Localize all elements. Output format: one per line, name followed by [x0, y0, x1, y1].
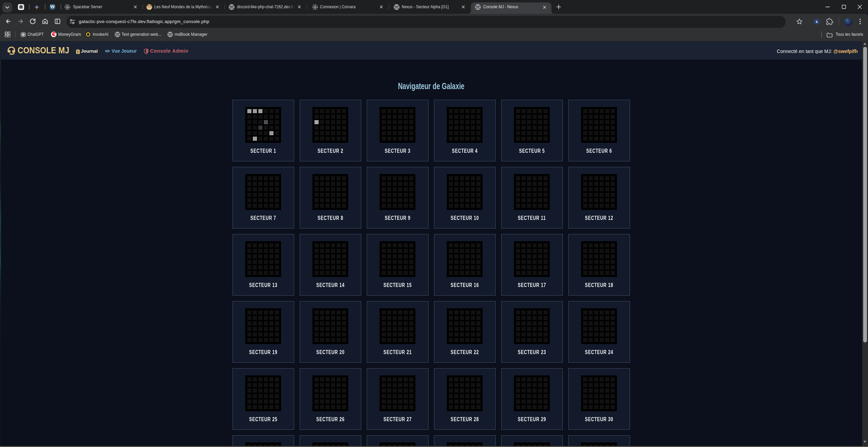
svg-text:W: W	[50, 4, 55, 9]
